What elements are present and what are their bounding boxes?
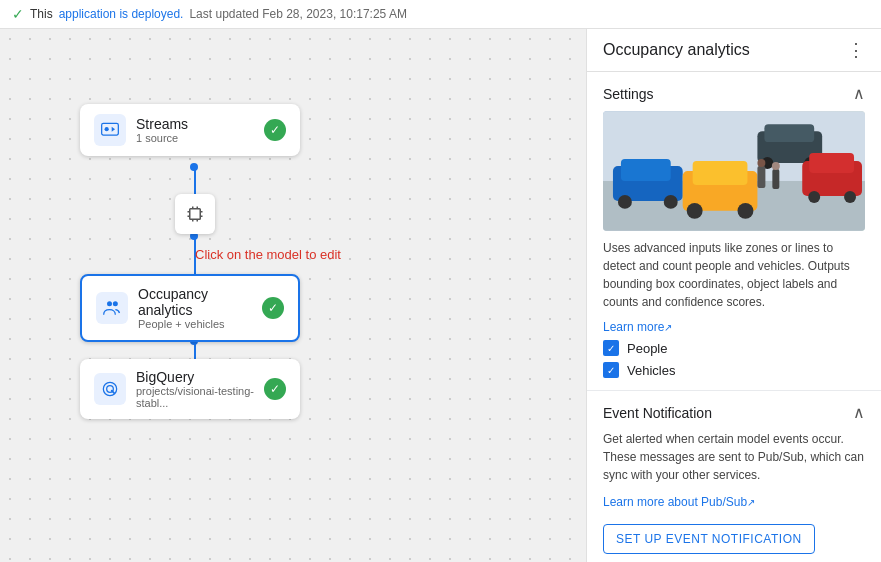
setup-event-notification-button[interactable]: SET UP EVENT NOTIFICATION (603, 524, 815, 554)
event-notification-section: Event Notification ∧ Get alerted when ce… (587, 391, 881, 562)
settings-chevron-icon[interactable]: ∧ (853, 84, 865, 103)
svg-rect-24 (757, 166, 765, 188)
panel-menu-icon[interactable]: ⋮ (847, 39, 865, 61)
people-checkbox-row: ✓ People (603, 340, 865, 356)
svg-rect-9 (621, 159, 671, 181)
svg-point-1 (105, 127, 109, 131)
svg-point-23 (844, 191, 856, 203)
bigquery-icon (94, 373, 126, 405)
settings-title: Settings (603, 86, 654, 102)
streams-check: ✓ (264, 119, 286, 141)
deployed-icon: ✓ (12, 6, 24, 22)
svg-rect-26 (772, 169, 779, 189)
bigquery-node[interactable]: BigQuery projects/visionai-testing-stabl… (80, 359, 300, 419)
bigquery-subtitle: projects/visionai-testing-stabl... (136, 385, 254, 409)
streams-subtitle: 1 source (136, 132, 188, 144)
svg-point-4 (113, 301, 118, 306)
bigquery-check-circle: ✓ (264, 378, 286, 400)
preview-image (603, 111, 865, 231)
occupancy-subtitle: People + vehicles (138, 318, 252, 330)
event-chevron-icon[interactable]: ∧ (853, 403, 865, 422)
bigquery-node-info: BigQuery projects/visionai-testing-stabl… (136, 369, 254, 409)
deployed-text: This (30, 7, 53, 21)
top-bar: ✓ This application is deployed. Last upd… (0, 0, 881, 29)
settings-section: Settings ∧ (587, 72, 881, 391)
svg-point-14 (687, 203, 703, 219)
occupancy-node[interactable]: Occupancy analytics People + vehicles ✓ (80, 274, 300, 342)
bigquery-title: BigQuery (136, 369, 254, 385)
dot-1 (190, 163, 198, 171)
svg-rect-0 (102, 123, 119, 135)
event-description: Get alerted when certain model events oc… (603, 430, 865, 484)
svg-rect-2 (190, 209, 201, 220)
bigquery-check: ✓ (264, 378, 286, 400)
people-checkbox[interactable]: ✓ (603, 340, 619, 356)
occupancy-node-info: Occupancy analytics People + vehicles (138, 286, 252, 330)
learn-more-link[interactable]: Learn more (603, 320, 672, 334)
streams-title: Streams (136, 116, 188, 132)
svg-rect-13 (693, 161, 748, 185)
app-deployed-link[interactable]: application is deployed. (59, 7, 184, 21)
svg-point-3 (107, 301, 112, 306)
svg-point-15 (737, 203, 753, 219)
streams-icon (94, 114, 126, 146)
settings-header: Settings ∧ (603, 84, 865, 103)
svg-point-10 (618, 195, 632, 209)
occupancy-check-circle: ✓ (262, 297, 284, 319)
event-notification-title: Event Notification (603, 405, 712, 421)
vehicles-checkbox-row: ✓ Vehicles (603, 362, 865, 378)
occupancy-check: ✓ (262, 297, 284, 319)
main-layout: Streams 1 source ✓ Click on the model to… (0, 29, 881, 562)
settings-description: Uses advanced inputs like zones or lines… (603, 239, 865, 311)
pub-sub-link[interactable]: Learn more about Pub/Sub (603, 495, 755, 509)
svg-point-22 (808, 191, 820, 203)
processor-node[interactable] (175, 194, 215, 234)
occupancy-title: Occupancy analytics (138, 286, 252, 318)
svg-point-25 (757, 159, 765, 167)
vehicles-checkbox[interactable]: ✓ (603, 362, 619, 378)
panel-header: Occupancy analytics ⋮ (587, 29, 881, 72)
svg-point-11 (664, 195, 678, 209)
canvas-area: Streams 1 source ✓ Click on the model to… (0, 29, 586, 562)
vehicles-label: Vehicles (627, 363, 675, 378)
connector-1 (194, 167, 196, 195)
streams-check-circle: ✓ (264, 119, 286, 141)
people-label: People (627, 341, 667, 356)
last-updated-text: Last updated Feb 28, 2023, 10:17:25 AM (189, 7, 407, 21)
svg-rect-21 (809, 153, 854, 173)
click-to-edit-annotation: Click on the model to edit (195, 247, 341, 262)
panel-title: Occupancy analytics (603, 41, 750, 59)
right-panel: Occupancy analytics ⋮ Settings ∧ (586, 29, 881, 562)
streams-node-info: Streams 1 source (136, 116, 188, 144)
event-notification-header: Event Notification ∧ (603, 403, 865, 422)
svg-point-27 (772, 162, 780, 170)
streams-node[interactable]: Streams 1 source ✓ (80, 104, 300, 156)
svg-rect-17 (764, 124, 814, 142)
occupancy-icon (96, 292, 128, 324)
